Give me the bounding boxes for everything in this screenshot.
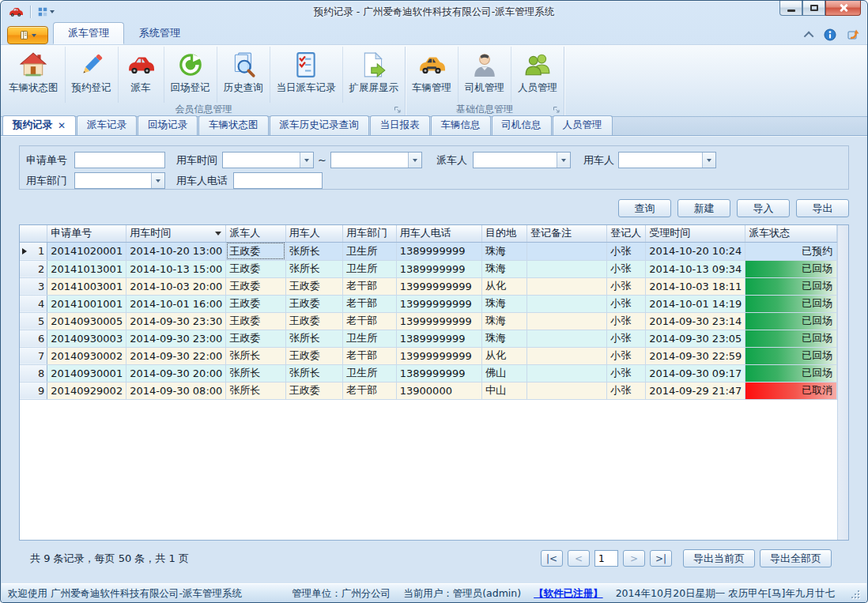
grid-cell[interactable]: 2014-09-30 09:17	[646, 364, 745, 382]
grid-cell[interactable]: 小张	[607, 330, 646, 347]
grid-cell[interactable]: 王政委	[226, 260, 285, 277]
grid-cell[interactable]: 20140930002	[47, 347, 126, 364]
dispatch-status-cell[interactable]: 已回场	[745, 260, 837, 277]
grid-cell[interactable]: 老干部	[343, 312, 396, 330]
help-icon[interactable]	[847, 28, 859, 41]
grid-cell[interactable]: 2014-09-29 21:47	[646, 382, 745, 399]
grid-cell[interactable]: 张所长	[226, 382, 285, 399]
column-header-6[interactable]: 用车人电话	[396, 225, 481, 242]
history-ribbon-button[interactable]: 历史查询	[217, 47, 270, 103]
grid-cell[interactable]: 1389999999	[396, 330, 481, 347]
grid-cell[interactable]: 2014-09-30 22:59	[646, 347, 745, 364]
chevron-down-icon[interactable]	[300, 153, 313, 168]
doc-tab-2[interactable]: 回场记录	[138, 115, 198, 135]
grid-cell[interactable]: 20140930001	[47, 364, 126, 382]
column-header-7[interactable]: 目的地	[481, 225, 526, 242]
grid-cell[interactable]: 小张	[607, 364, 646, 382]
dispatch-status-cell[interactable]: 已取消	[745, 382, 837, 399]
grid-cell[interactable]: 卫生所	[343, 330, 396, 347]
grid-cell[interactable]: 2014-10-03 20:00	[126, 277, 226, 295]
grid-cell[interactable]	[527, 242, 607, 260]
phone-input[interactable]	[233, 172, 323, 189]
next-page-button[interactable]: >	[623, 550, 645, 567]
grid-cell[interactable]: 王政委	[285, 382, 343, 399]
grid-cell[interactable]: 2014-10-01 16:00	[126, 295, 226, 312]
grid-cell[interactable]: 13900000	[396, 382, 481, 399]
doc-tab-8[interactable]: 人员管理	[553, 115, 613, 135]
use-time-to-select[interactable]	[330, 152, 422, 168]
grid-cell[interactable]: 小张	[607, 382, 646, 399]
grid-cell[interactable]: 20140930003	[47, 330, 126, 347]
grid-cell[interactable]: 张所长	[285, 260, 343, 277]
column-header-5[interactable]: 用车部门	[343, 225, 396, 242]
dialog-launcher-icon[interactable]	[394, 106, 402, 114]
grid-cell[interactable]: 2014-10-20 10:24	[646, 242, 745, 260]
grid-cell[interactable]: 老干部	[343, 277, 396, 295]
grid-cell[interactable]	[527, 312, 607, 330]
grid-cell[interactable]: 从化	[481, 347, 526, 364]
prev-page-button[interactable]: <	[568, 550, 590, 567]
import-button[interactable]: 导入	[737, 199, 790, 217]
grid-cell[interactable]: 13999999999	[396, 312, 481, 330]
grid-cell[interactable]: 老干部	[343, 382, 396, 399]
dispatch-status-cell[interactable]: 已回场	[745, 347, 837, 364]
grid-cell[interactable]: 20140929002	[47, 382, 126, 399]
grid-cell[interactable]: 王政委	[226, 277, 285, 295]
export-all-pages-button[interactable]: 导出全部页	[760, 549, 832, 567]
ribbon-tab-0[interactable]: 派车管理	[53, 22, 124, 44]
return-ribbon-button[interactable]: 回场登记	[164, 47, 217, 103]
doc-tab-5[interactable]: 当日报表	[370, 115, 430, 135]
ribbon-tab-1[interactable]: 系统管理	[124, 22, 195, 44]
grid-cell[interactable]: 中山	[481, 382, 526, 399]
grid-cell[interactable]: 13999999999	[396, 347, 481, 364]
grid-cell[interactable]: 2014-09-30 23:14	[646, 312, 745, 330]
car-red-ribbon-button[interactable]: 派车	[119, 47, 164, 103]
grid-cell[interactable]: 珠海	[481, 242, 526, 260]
grid-cell[interactable]: 张所长	[226, 347, 285, 364]
doc-tab-0[interactable]: 预约记录✕	[2, 115, 76, 135]
grid-cell[interactable]	[527, 260, 607, 277]
row-indicator[interactable]: 6	[20, 330, 47, 347]
grid-cell[interactable]: 小张	[607, 242, 646, 260]
people-ribbon-button[interactable]: 人员管理	[511, 47, 564, 103]
grid-cell[interactable]: 老干部	[343, 347, 396, 364]
dispatch-status-cell[interactable]: 已回场	[745, 330, 837, 347]
house-ribbon-button[interactable]: 车辆状态图	[2, 47, 66, 103]
new-button[interactable]: 新建	[677, 199, 730, 217]
grid-cell[interactable]: 王政委	[285, 347, 343, 364]
grid-cell[interactable]: 佛山	[481, 364, 526, 382]
grid-cell[interactable]: 小张	[607, 312, 646, 330]
dept-select[interactable]	[74, 172, 165, 189]
column-header-4[interactable]: 用车人	[285, 225, 343, 242]
row-indicator[interactable]: 4	[20, 295, 47, 312]
doc-tab-7[interactable]: 司机信息	[492, 115, 552, 135]
close-button[interactable]	[825, 1, 861, 16]
car-user-select[interactable]	[618, 152, 716, 168]
grid-cell[interactable]: 20141013001	[47, 260, 126, 277]
doc-tab-6[interactable]: 车辆信息	[431, 115, 491, 135]
grid-cell[interactable]: 2014-10-13 09:34	[646, 260, 745, 277]
grid-cell[interactable]: 2014-09-30 08:00	[126, 382, 226, 399]
column-header-11[interactable]: 派车状态	[745, 225, 837, 242]
resize-grip[interactable]	[851, 590, 860, 599]
grid-cell[interactable]: 老干部	[343, 295, 396, 312]
grid-cell[interactable]: 20141020001	[47, 242, 126, 260]
grid-cell[interactable]: 小张	[607, 295, 646, 312]
row-indicator[interactable]: 5	[20, 312, 47, 330]
grid-cell[interactable]	[527, 295, 607, 312]
grid-cell[interactable]: 2014-10-01 14:19	[646, 295, 745, 312]
collapse-ribbon-icon[interactable]	[804, 31, 814, 41]
grid-cell[interactable]	[527, 277, 607, 295]
grid-cell[interactable]	[527, 364, 607, 382]
grid-cell[interactable]: 王政委	[285, 277, 343, 295]
grid-cell[interactable]: 卫生所	[343, 364, 396, 382]
vertical-scrollbar[interactable]	[837, 225, 848, 540]
grid-cell[interactable]: 小张	[607, 260, 646, 277]
application-menu-button[interactable]	[7, 26, 48, 44]
registered-link[interactable]: 【软件已注册】	[534, 587, 603, 601]
dispatch-status-cell[interactable]: 已回场	[745, 312, 837, 330]
first-page-button[interactable]: |<	[541, 550, 563, 567]
dispatch-status-cell[interactable]: 已回场	[745, 364, 837, 382]
export-current-page-button[interactable]: 导出当前页	[683, 549, 755, 567]
grid-cell[interactable]: 20140930005	[47, 312, 126, 330]
